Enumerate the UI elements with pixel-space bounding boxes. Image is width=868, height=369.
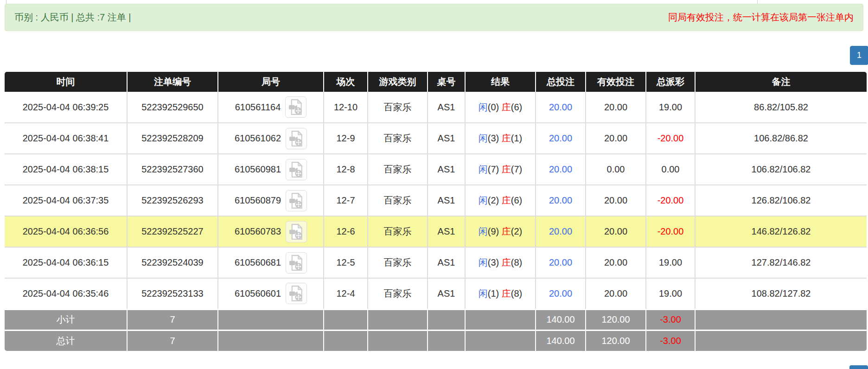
cell-valid-bet: 20.00 — [586, 92, 646, 123]
banker-result-label: 庄 — [502, 195, 511, 205]
cell-round: 610560681 — [218, 247, 324, 278]
video-replay-button[interactable] — [286, 252, 307, 274]
cell-total-bet: 20.00 — [536, 123, 586, 154]
cell-valid-bet: 20.00 — [586, 123, 646, 154]
pagination-button-cutoff[interactable] — [849, 365, 868, 369]
video-replay-button[interactable] — [286, 128, 307, 149]
table-row: 2025-04-04 06:38:41522392528209610561062… — [5, 123, 867, 154]
subtotal-total-bet: 140.00 — [536, 309, 586, 330]
table-row: 2025-04-04 06:37:35522392526293610560879… — [5, 185, 867, 216]
total-bet-link[interactable]: 20.00 — [549, 257, 572, 267]
header-round: 局号 — [218, 72, 324, 92]
video-replay-button[interactable] — [286, 159, 307, 180]
cell-session: 12-4 — [324, 278, 368, 309]
cell-session: 12-7 — [324, 185, 368, 216]
total-valid-bet: 120.00 — [586, 330, 646, 351]
header-session: 场次 — [324, 72, 368, 92]
total-bet-link[interactable]: 20.00 — [549, 133, 572, 143]
cell-result: 闲(3) 庄(8) — [465, 247, 536, 278]
cell-session: 12-6 — [324, 216, 368, 247]
cell-bet-id: 522392525227 — [127, 216, 218, 247]
total-bet-link[interactable]: 20.00 — [549, 288, 572, 299]
total-total-bet: 140.00 — [536, 330, 586, 351]
header-valid-bet: 有效投注 — [586, 72, 646, 92]
cell-note: 126.82/106.82 — [695, 185, 867, 216]
video-replay-button[interactable] — [286, 283, 307, 304]
video-replay-icon — [287, 191, 306, 210]
summary-alert-bar: 币别 : 人民币 | 总共 :7 注单 | 同局有效投注，统一计算在该局第一张注… — [5, 4, 863, 31]
total-bet-link[interactable]: 20.00 — [549, 102, 572, 112]
cell-bet-id: 522392526293 — [127, 185, 218, 216]
round-number: 610560981 — [235, 164, 281, 175]
banker-result-label: 庄 — [502, 288, 511, 299]
total-payout: -3.00 — [646, 330, 695, 351]
cell-total-bet: 20.00 — [536, 92, 586, 123]
round-number: 610561062 — [235, 133, 281, 144]
subtotal-row: 小计 7 140.00 120.00 -3.00 — [5, 309, 867, 330]
total-bet-link[interactable]: 20.00 — [549, 226, 572, 236]
round-number: 610561164 — [235, 102, 281, 113]
cell-total-bet: 20.00 — [536, 154, 586, 185]
header-table-no: 桌号 — [428, 72, 465, 92]
cell-result: 闲(2) 庄(6) — [465, 185, 536, 216]
betting-records-screen: 币别 : 人民币 | 总共 :7 注单 | 同局有效投注，统一计算在该局第一张注… — [0, 0, 868, 369]
header-bet-id: 注单编号 — [127, 72, 218, 92]
table-header: 时间 注单编号 局号 场次 游戏类别 桌号 结果 总投注 有效投注 总派彩 备注 — [5, 72, 867, 92]
total-row: 总计 7 140.00 120.00 -3.00 — [5, 330, 867, 351]
video-replay-icon — [287, 98, 305, 116]
cell-result: 闲(1) 庄(8) — [465, 278, 536, 309]
banker-result-label: 庄 — [502, 164, 511, 174]
cell-bet-id: 522392524039 — [127, 247, 218, 278]
player-result-label: 闲 — [479, 226, 488, 236]
total-bet-link[interactable]: 20.00 — [549, 195, 572, 205]
total-label: 总计 — [5, 330, 127, 351]
round-number: 610560681 — [235, 257, 281, 268]
cell-session: 12-5 — [324, 247, 368, 278]
cell-bet-id: 522392528209 — [127, 123, 218, 154]
video-replay-button[interactable] — [286, 221, 307, 242]
total-bet-link[interactable]: 20.00 — [549, 164, 572, 174]
cell-result: 闲(0) 庄(6) — [465, 92, 536, 123]
cell-payout: 0.00 — [646, 154, 695, 185]
cell-time: 2025-04-04 06:36:15 — [5, 247, 127, 278]
cell-payout: 19.00 — [646, 247, 695, 278]
cell-table-no: AS1 — [428, 278, 465, 309]
cell-time: 2025-04-04 06:38:41 — [5, 123, 127, 154]
cell-valid-bet: 20.00 — [586, 278, 646, 309]
table-footer: 小计 7 140.00 120.00 -3.00 总计 7 140.0 — [5, 309, 867, 351]
cell-payout: -20.00 — [646, 123, 695, 154]
cell-payout: -20.00 — [646, 185, 695, 216]
cell-time: 2025-04-04 06:37:35 — [5, 185, 127, 216]
subtotal-payout: -3.00 — [646, 309, 695, 330]
player-result-label: 闲 — [479, 102, 488, 112]
player-result-label: 闲 — [479, 288, 488, 299]
cell-table-no: AS1 — [428, 247, 465, 278]
video-replay-icon — [287, 284, 306, 303]
video-replay-button[interactable] — [286, 190, 307, 211]
cell-time: 2025-04-04 06:39:25 — [5, 92, 127, 123]
panel-border-fragment — [6, 0, 6, 4]
cell-table-no: AS1 — [428, 92, 465, 123]
table-row: 2025-04-04 06:36:56522392525227610560783… — [5, 216, 867, 247]
video-replay-icon — [287, 223, 306, 241]
cell-game-type: 百家乐 — [368, 92, 428, 123]
cell-note: 108.82/127.82 — [695, 278, 867, 309]
cell-valid-bet: 20.00 — [586, 247, 646, 278]
cell-time: 2025-04-04 06:38:15 — [5, 154, 127, 185]
cell-table-no: AS1 — [428, 185, 465, 216]
video-replay-button[interactable] — [285, 96, 306, 118]
cell-total-bet: 20.00 — [536, 185, 586, 216]
round-number: 610560879 — [235, 195, 281, 206]
pagination-page-1-button[interactable]: 1 — [850, 46, 868, 65]
cell-total-bet: 20.00 — [536, 278, 586, 309]
cell-bet-id: 522392523133 — [127, 278, 218, 309]
cell-round: 610560783 — [218, 216, 324, 247]
player-result-label: 闲 — [479, 195, 488, 205]
cell-time: 2025-04-04 06:35:46 — [5, 278, 127, 309]
table-row: 2025-04-04 06:38:15522392527360610560981… — [5, 154, 867, 185]
round-number: 610560601 — [235, 288, 281, 299]
cell-bet-id: 522392527360 — [127, 154, 218, 185]
cell-total-bet: 20.00 — [536, 247, 586, 278]
panel-border-fragment — [757, 0, 758, 4]
player-result-label: 闲 — [479, 164, 488, 174]
